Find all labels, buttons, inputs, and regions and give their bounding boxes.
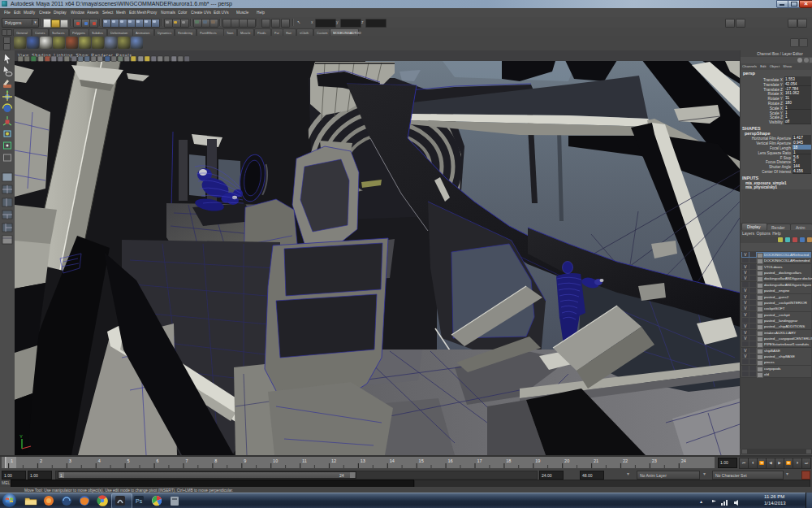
svg-text:11: 11 (302, 458, 307, 463)
svg-text:6: 6 (157, 458, 159, 463)
svg-text:1: 1 (11, 458, 13, 463)
svg-text:8: 8 (214, 458, 217, 463)
svg-text:16: 16 (448, 458, 453, 463)
svg-text:20: 20 (564, 458, 569, 463)
svg-text:Ps: Ps (136, 498, 143, 504)
svg-text:19: 19 (535, 458, 540, 463)
svg-text:7: 7 (185, 458, 188, 463)
svg-text:4: 4 (98, 458, 101, 463)
svg-text:14: 14 (390, 458, 395, 463)
svg-text:15: 15 (419, 458, 424, 463)
svg-text:9: 9 (244, 458, 246, 463)
svg-text:5: 5 (127, 458, 130, 463)
svg-text:22: 22 (623, 458, 628, 463)
svg-text:10: 10 (273, 458, 278, 463)
svg-text:2: 2 (40, 458, 42, 463)
svg-text:13: 13 (361, 458, 365, 463)
svg-text:12: 12 (331, 458, 336, 463)
svg-text:24: 24 (681, 458, 686, 463)
svg-text:18: 18 (506, 458, 511, 463)
svg-text:3: 3 (69, 458, 71, 463)
svg-text:17: 17 (477, 458, 482, 463)
svg-text:23: 23 (652, 458, 657, 463)
svg-text:21: 21 (594, 458, 598, 463)
svg-text:Y: Y (19, 434, 23, 439)
